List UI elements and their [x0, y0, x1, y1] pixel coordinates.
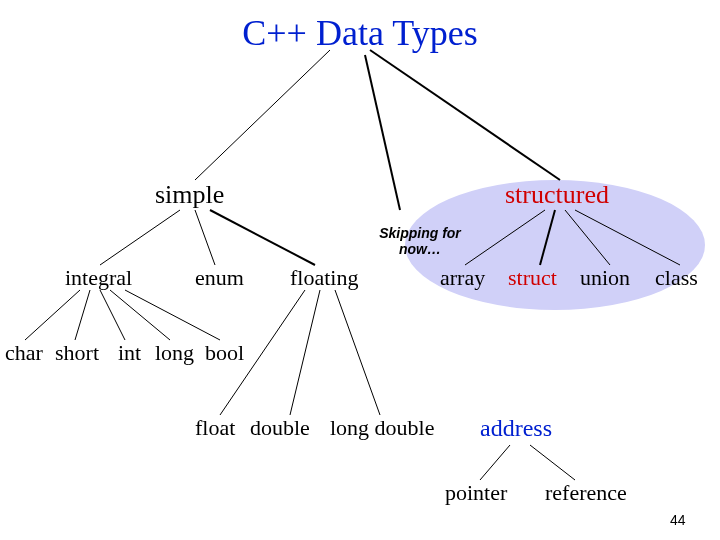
svg-line-3: [365, 55, 400, 210]
node-class: class: [655, 265, 698, 291]
node-pointer: pointer: [445, 480, 507, 506]
node-integral: integral: [65, 265, 132, 291]
node-char: char: [5, 340, 43, 366]
svg-line-12: [75, 290, 90, 340]
node-long: long: [155, 340, 194, 366]
node-int: int: [118, 340, 141, 366]
node-union: union: [580, 265, 630, 291]
svg-line-11: [25, 290, 80, 340]
diagram-title: C++ Data Types: [0, 12, 720, 54]
svg-line-17: [290, 290, 320, 415]
svg-line-4: [100, 210, 180, 265]
page-number: 44: [670, 512, 686, 528]
svg-line-2: [370, 50, 560, 180]
node-long-double: long double: [330, 415, 435, 441]
node-structured: structured: [505, 180, 609, 210]
node-simple: simple: [155, 180, 224, 210]
node-double: double: [250, 415, 310, 441]
node-float: float: [195, 415, 235, 441]
node-bool: bool: [205, 340, 244, 366]
svg-line-18: [335, 290, 380, 415]
svg-line-20: [530, 445, 575, 480]
svg-line-5: [195, 210, 215, 265]
svg-line-6: [210, 210, 315, 265]
annotation-skipping: Skipping for now…: [370, 225, 470, 257]
node-address: address: [480, 415, 552, 442]
node-enum: enum: [195, 265, 244, 291]
svg-line-1: [195, 50, 330, 180]
node-reference: reference: [545, 480, 627, 506]
svg-line-13: [100, 290, 125, 340]
node-struct: struct: [508, 265, 557, 291]
node-short: short: [55, 340, 99, 366]
svg-line-19: [480, 445, 510, 480]
node-array: array: [440, 265, 485, 291]
node-floating: floating: [290, 265, 358, 291]
